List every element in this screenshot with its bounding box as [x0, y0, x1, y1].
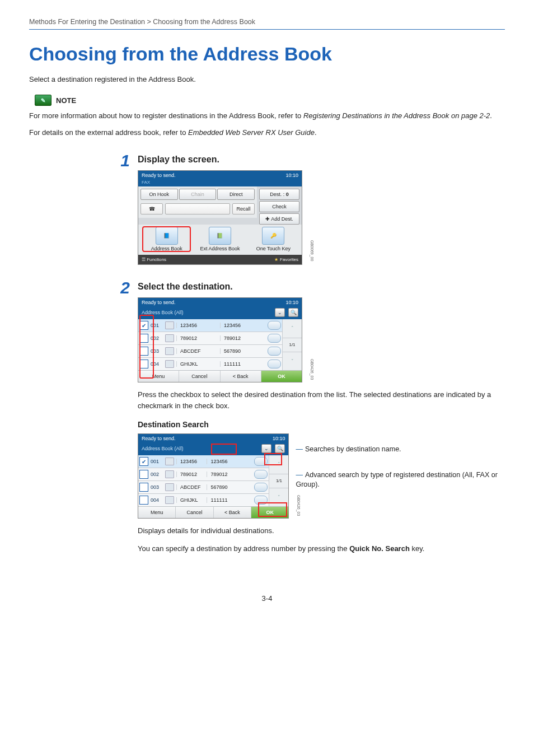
row-number: 003 — [151, 348, 163, 354]
row-number: 004 — [151, 497, 163, 503]
scroll-down-icon-2[interactable]: ˅ — [269, 488, 288, 507]
one-touch-key-button[interactable]: 🔑 One Touch Key — [250, 227, 297, 251]
row-detail-button[interactable] — [254, 496, 268, 505]
note-text-2a: For details on the external address book… — [29, 128, 188, 137]
fax-icon — [165, 360, 174, 368]
row-detail-button[interactable] — [268, 334, 281, 343]
row-number: 002 — [151, 472, 163, 477]
cancel-button-2[interactable]: Cancel — [176, 507, 213, 518]
page-number: 3-4 — [29, 594, 505, 603]
row-checkbox[interactable] — [139, 360, 148, 368]
step-1-title: Display the screen. — [138, 155, 505, 165]
row-detail-button[interactable] — [268, 347, 281, 356]
row-checkbox[interactable] — [139, 457, 148, 466]
direct-button[interactable]: Direct — [217, 189, 255, 200]
row-detail-button[interactable] — [268, 360, 281, 368]
row-checkbox[interactable] — [139, 347, 148, 356]
step2-after-text: Press the checkbox to select the desired… — [138, 389, 505, 411]
search-icon[interactable]: 🔍 — [288, 308, 298, 317]
row-number: 004 — [151, 361, 163, 367]
ok-button[interactable]: OK — [261, 371, 302, 382]
row-detail-button[interactable] — [254, 457, 268, 466]
row-checkbox[interactable] — [139, 470, 148, 479]
destination-search-heading: Destination Search — [138, 420, 505, 429]
step-2-number: 2 — [107, 279, 130, 296]
one-touch-key-icon: 🔑 — [262, 227, 284, 245]
fax-send-screen: Ready to send. 10:10 FAX On Hook Chain D… — [138, 170, 302, 265]
back-button[interactable]: < Back — [221, 371, 261, 382]
row-checkbox[interactable] — [139, 321, 148, 330]
screen-ready: Ready to send. — [142, 172, 176, 178]
list-row[interactable]: 002789012789012 — [138, 332, 282, 344]
lead-text: Select a destination registered in the A… — [29, 75, 505, 83]
row-number: 001 — [151, 323, 163, 328]
pager: 1/1 — [283, 338, 302, 352]
menu-button-2[interactable]: Menu — [138, 507, 176, 518]
cancel-button[interactable]: Cancel — [179, 371, 220, 382]
s3-ready: Ready to send. — [142, 436, 176, 441]
s2-ready: Ready to send. — [142, 300, 176, 305]
step-2-title: Select the destination. — [138, 282, 505, 292]
ok-button-2[interactable]: OK — [251, 507, 288, 518]
phone-icon: ☎ — [140, 203, 163, 214]
filter-dropdown-2[interactable]: ⌄ — [261, 444, 271, 453]
row-fax: 789012 — [220, 335, 263, 341]
row-checkbox[interactable] — [139, 334, 148, 343]
anno-advanced-search: —Advanced search by type of registered d… — [296, 470, 505, 490]
row-checkbox[interactable] — [139, 483, 148, 492]
on-hook-button[interactable]: On Hook — [140, 189, 178, 200]
recall-button[interactable]: Recall — [232, 203, 255, 214]
list-row[interactable]: 004GHIJKL111111 — [138, 357, 282, 370]
scroll-down-icon[interactable]: ˅ — [283, 352, 302, 371]
screen-sub: FAX — [142, 180, 150, 185]
screen-time: 10:10 — [285, 172, 298, 178]
note-bar: ✎ NOTE — [29, 92, 82, 108]
list-row[interactable]: 002789012789012 — [138, 468, 269, 480]
address-book-icon: 📘 — [156, 227, 178, 245]
row-fax: 123456 — [220, 323, 263, 328]
ext-address-book-button[interactable]: 📗 Ext Address Book — [196, 227, 243, 251]
row-checkbox[interactable] — [139, 496, 148, 505]
fax-icon — [165, 483, 174, 491]
row-name: 789012 — [176, 335, 218, 341]
row-fax: 567890 — [220, 348, 263, 354]
star-icon: ★ — [274, 257, 278, 262]
row-fax: 111111 — [220, 361, 263, 367]
row-detail-button[interactable] — [268, 321, 281, 330]
row-name: 123456 — [176, 323, 218, 328]
note-text-2: For details on the external address book… — [29, 127, 505, 138]
filter-dropdown[interactable]: ⌄ — [275, 308, 285, 317]
list-row[interactable]: 003ABCDEF567890 — [138, 480, 269, 493]
list-row[interactable]: 004GHIJKL111111 — [138, 493, 269, 506]
anno-search-name: —Searches by destination name. — [296, 445, 505, 455]
address-book-button[interactable]: 📘 Address Book — [143, 227, 190, 251]
screen-tag-3: GB0426_03 — [297, 495, 301, 516]
scroll-up-icon-2[interactable]: ˄ — [269, 455, 288, 474]
row-number: 002 — [151, 335, 163, 341]
anno-details: Displays details for individual destinat… — [138, 525, 505, 536]
list-row[interactable]: 003ABCDEF567890 — [138, 344, 282, 357]
list-row[interactable]: 001123456123456 — [138, 319, 282, 332]
functions-button[interactable]: ☰ Functions — [142, 257, 166, 262]
s2-sub: Address Book (All) — [142, 310, 184, 315]
fax-icon — [165, 458, 174, 465]
search-icon-2[interactable]: 🔍 — [275, 444, 285, 453]
ext-address-book-icon: 📗 — [209, 227, 231, 245]
favorites-button[interactable]: ★Favorites — [274, 257, 298, 262]
add-dest-button[interactable]: ✚ Add Dest. — [259, 213, 299, 225]
fax-icon — [165, 470, 174, 478]
quick-no-text: You can specify a destination by address… — [138, 543, 505, 554]
fax-icon — [165, 347, 174, 355]
pager-2: 1/1 — [269, 474, 288, 488]
check-button[interactable]: Check — [259, 201, 299, 212]
chain-button[interactable]: Chain — [179, 189, 217, 200]
row-detail-button[interactable] — [254, 470, 268, 479]
row-detail-button[interactable] — [254, 483, 268, 492]
list-row[interactable]: 001123456123456 — [138, 455, 269, 468]
scroll-up-icon[interactable]: ˄ — [283, 319, 302, 338]
step-1-number: 1 — [107, 152, 130, 169]
row-name: ABCDEF — [176, 348, 218, 354]
back-button-2[interactable]: < Back — [214, 507, 251, 518]
row-name: GHIJKL — [176, 497, 204, 503]
menu-button[interactable]: Menu — [138, 371, 179, 382]
